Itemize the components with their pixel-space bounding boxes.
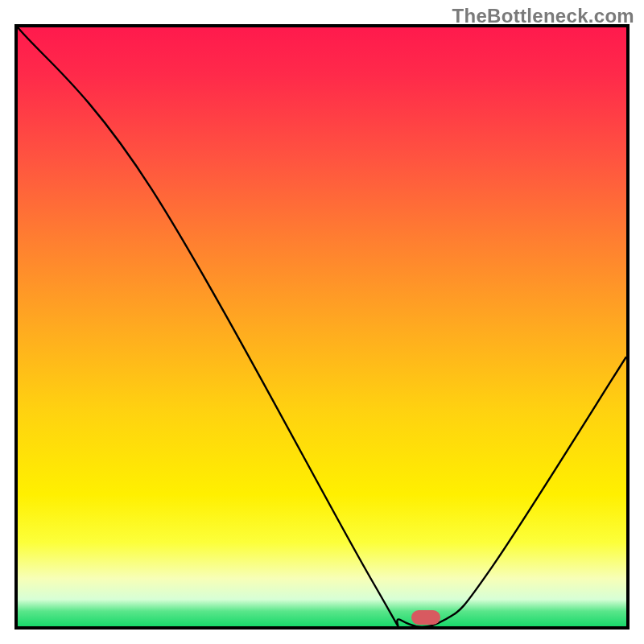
bottleneck-curve [18, 27, 626, 626]
plot-frame [14, 24, 630, 630]
optimal-marker [411, 610, 440, 625]
chart-container: TheBottleneck.com [0, 0, 644, 644]
curve-path [18, 27, 626, 626]
